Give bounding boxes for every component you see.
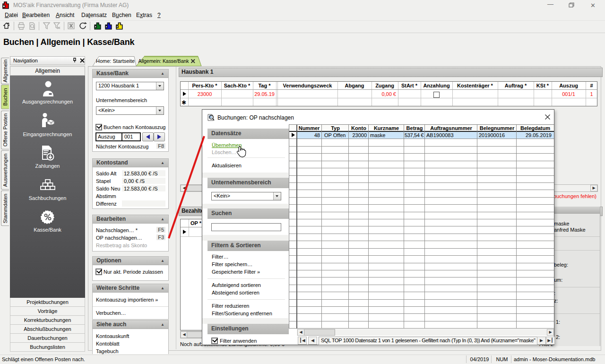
svg-text:Home: Startseite: Home: Startseite <box>96 58 135 64</box>
svg-text:Allgemein: Kasse/Bank: Allgemein: Kasse/Bank <box>138 58 190 64</box>
